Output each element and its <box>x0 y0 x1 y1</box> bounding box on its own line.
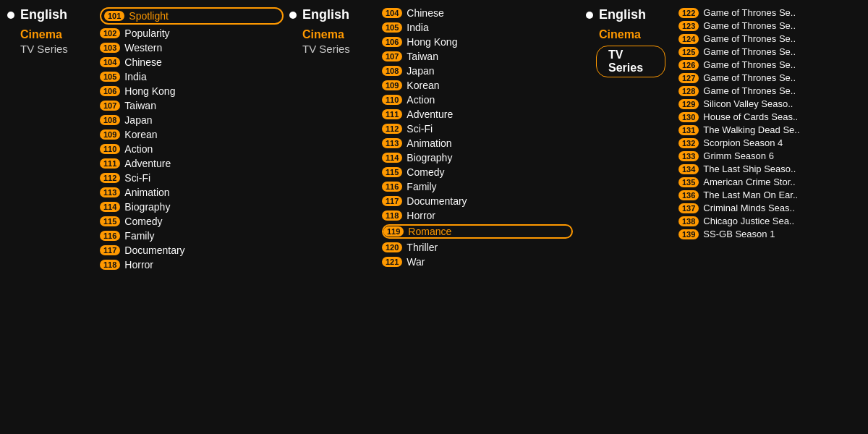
list-item-103[interactable]: 103Western <box>100 42 284 54</box>
col2-badge-112: 112 <box>382 124 402 134</box>
show-label-122: Game of Thrones Se.. <box>703 7 796 18</box>
col3-cinema[interactable]: Cinema <box>599 28 665 41</box>
show-item-125[interactable]: 125Game of Thrones Se.. <box>678 46 862 57</box>
label-109: Korean <box>124 129 157 140</box>
show-label-126: Game of Thrones Se.. <box>703 59 796 70</box>
col2-list-item-107[interactable]: 107Taiwan <box>382 51 573 62</box>
list-item-102[interactable]: 102Popularity <box>100 27 284 39</box>
col2-label-116: Family <box>407 181 436 192</box>
show-item-122[interactable]: 122Game of Thrones Se.. <box>678 7 862 18</box>
show-item-130[interactable]: 130House of Cards Seas.. <box>678 111 862 122</box>
list-item-109[interactable]: 109Korean <box>100 129 284 140</box>
col1-cinema[interactable]: Cinema <box>20 28 87 41</box>
badge-104: 104 <box>100 57 120 67</box>
show-item-131[interactable]: 131The Walking Dead Se.. <box>678 124 862 135</box>
col2-list-item-117[interactable]: 117Documentary <box>382 195 573 207</box>
col2-list-item-113[interactable]: 113Animation <box>382 137 573 149</box>
show-item-136[interactable]: 136The Last Man On Ear.. <box>678 190 862 200</box>
list-item-110[interactable]: 110Action <box>100 143 284 155</box>
list-item-104[interactable]: 104Chinese <box>100 56 284 68</box>
list-item-105[interactable]: 105India <box>100 71 284 82</box>
label-107: Taiwan <box>124 100 156 111</box>
label-115: Comedy <box>124 216 162 227</box>
col2-cinema[interactable]: Cinema <box>302 28 376 41</box>
show-label-125: Game of Thrones Se.. <box>703 46 796 57</box>
label-105: India <box>124 71 146 82</box>
col4-list: 122Game of Thrones Se..123Game of Throne… <box>673 0 868 434</box>
show-item-128[interactable]: 128Game of Thrones Se.. <box>678 85 862 96</box>
col2-list-item-120[interactable]: 120Thriller <box>382 242 573 253</box>
show-item-126[interactable]: 126Game of Thrones Se.. <box>678 59 862 70</box>
show-badge-131: 131 <box>678 125 699 135</box>
list-item-101[interactable]: 101Spotlight <box>100 7 284 25</box>
list-item-113[interactable]: 113Animation <box>100 187 284 198</box>
col2-list-item-109[interactable]: 109Korean <box>382 80 573 91</box>
show-badge-135: 135 <box>678 177 699 187</box>
col1-tvseries[interactable]: TV Series <box>20 43 87 55</box>
col2-list-item-110[interactable]: 110Action <box>382 94 573 106</box>
col2-badge-107: 107 <box>382 51 402 61</box>
col2-list-item-105[interactable]: 105India <box>382 22 573 33</box>
list-item-108[interactable]: 108Japan <box>100 114 284 126</box>
col2-badge-121: 121 <box>382 257 402 267</box>
col2-badge-117: 117 <box>382 196 402 206</box>
col2-list-item-119[interactable]: 119Romance <box>382 224 573 239</box>
list-item-115[interactable]: 115Comedy <box>100 216 284 227</box>
show-badge-122: 122 <box>678 8 699 18</box>
list-item-112[interactable]: 112Sci-Fi <box>100 172 284 184</box>
show-badge-134: 134 <box>678 164 699 174</box>
badge-102: 102 <box>100 28 120 38</box>
col2-badge-106: 106 <box>382 37 402 47</box>
col3-tvseries[interactable]: TV Series <box>596 46 665 77</box>
col2-label-120: Thriller <box>407 242 438 253</box>
col2-badge-104: 104 <box>382 8 402 18</box>
list-item-111[interactable]: 111Adventure <box>100 158 284 169</box>
col2-tvseries[interactable]: TV Series <box>302 43 376 55</box>
col1-title: English <box>20 7 67 22</box>
col3-nav: English Cinema TV Series <box>579 0 673 434</box>
show-badge-130: 130 <box>678 112 699 122</box>
list-item-107[interactable]: 107Taiwan <box>100 100 284 111</box>
col2-list-item-115[interactable]: 115Comedy <box>382 166 573 178</box>
col2-title: English <box>302 7 349 22</box>
col2-list-item-112[interactable]: 112Sci-Fi <box>382 123 573 135</box>
show-label-133: Grimm Season 6 <box>703 150 774 161</box>
list-item-116[interactable]: 116Family <box>100 230 284 242</box>
label-108: Japan <box>124 114 152 126</box>
show-item-139[interactable]: 139SS-GB Season 1 <box>678 229 862 239</box>
col2-list-item-106[interactable]: 106Hong Kong <box>382 36 573 48</box>
show-item-138[interactable]: 138Chicago Justice Sea.. <box>678 216 862 226</box>
badge-114: 114 <box>100 202 120 212</box>
col2-label-114: Biography <box>407 152 452 163</box>
col2-list-item-114[interactable]: 114Biography <box>382 152 573 163</box>
col2-list-item-121[interactable]: 121War <box>382 256 573 268</box>
show-label-124: Game of Thrones Se.. <box>703 33 796 44</box>
show-item-132[interactable]: 132Scorpion Season 4 <box>678 137 862 148</box>
show-badge-133: 133 <box>678 151 699 161</box>
label-110: Action <box>124 143 153 155</box>
list-item-106[interactable]: 106Hong Kong <box>100 85 284 97</box>
col2-list-item-111[interactable]: 111Adventure <box>382 109 573 120</box>
show-label-132: Scorpion Season 4 <box>703 137 783 148</box>
list-item-117[interactable]: 117Documentary <box>100 244 284 256</box>
show-item-123[interactable]: 123Game of Thrones Se.. <box>678 20 862 31</box>
show-item-135[interactable]: 135American Crime Stor.. <box>678 176 862 187</box>
col2-badge-119: 119 <box>383 226 404 237</box>
badge-103: 103 <box>100 43 120 53</box>
col2-badge-113: 113 <box>382 138 402 148</box>
list-item-118[interactable]: 118Horror <box>100 259 284 271</box>
show-item-134[interactable]: 134The Last Ship Seaso.. <box>678 163 862 174</box>
show-item-133[interactable]: 133Grimm Season 6 <box>678 150 862 161</box>
col2-list-item-118[interactable]: 118Horror <box>382 210 573 221</box>
col2-label-113: Animation <box>407 137 451 149</box>
badge-109: 109 <box>100 129 120 140</box>
col1-dot <box>7 12 14 19</box>
show-item-137[interactable]: 137Criminal Minds Seas.. <box>678 203 862 213</box>
show-item-127[interactable]: 127Game of Thrones Se.. <box>678 72 862 83</box>
list-item-114[interactable]: 114Biography <box>100 201 284 213</box>
show-item-124[interactable]: 124Game of Thrones Se.. <box>678 33 862 44</box>
show-item-129[interactable]: 129Silicon Valley Seaso.. <box>678 98 862 109</box>
col2-list-item-104[interactable]: 104Chinese <box>382 7 573 19</box>
col2-list-item-108[interactable]: 108Japan <box>382 65 573 77</box>
col2-list-item-116[interactable]: 116Family <box>382 181 573 192</box>
